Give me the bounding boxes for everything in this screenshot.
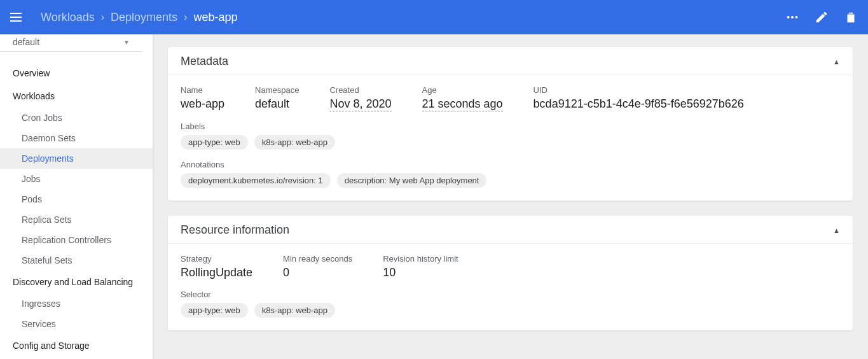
breadcrumb-workloads[interactable]: Workloads [41,11,95,24]
sidebar-item-ingresses[interactable]: Ingresses [0,293,153,314]
metadata-title: Metadata [181,55,228,68]
metadata-uid: UID bcda9121-c5b1-4c4e-9f85-f6e56927b626 [534,85,744,111]
topbar-actions [785,10,858,24]
svg-point-0 [787,16,790,18]
name-label: Name [181,85,224,95]
main-content: Metadata ▲ Name web-app Namespace defaul… [153,34,868,359]
edit-icon[interactable] [815,10,829,24]
metadata-header: Metadata ▲ [168,47,853,75]
sidebar-item-cronjobs[interactable]: Cron Jobs [0,108,153,128]
selector-chip: app-type: web [181,303,248,318]
strategy-value: RollingUpdate [181,266,252,279]
annotations-label: Annotations [181,160,840,169]
sidebar-item-jobs[interactable]: Jobs [0,169,153,189]
name-value: web-app [181,97,224,111]
namespace-select[interactable]: default ▼ [0,34,142,52]
namespace-value: default [13,37,39,47]
created-label: Created [329,85,391,95]
minready-label: Min ready seconds [283,254,352,264]
sidebar-discovery[interactable]: Discovery and Load Balancing [0,271,153,293]
chevron-right-icon: › [184,11,187,23]
resource-header: Resource information ▲ [168,216,853,244]
sidebar-item-statefulsets[interactable]: Stateful Sets [0,250,153,271]
breadcrumb: Workloads › Deployments › web-app [41,11,237,24]
sidebar-overview[interactable]: Overview [0,62,153,85]
metadata-namespace: Namespace default [255,85,299,111]
chevron-right-icon: › [101,11,104,23]
topbar: Workloads › Deployments › web-app [0,0,868,34]
delete-icon[interactable] [844,10,858,24]
revision-label: Revision history limit [383,254,458,264]
sidebar: default ▼ Overview Workloads Cron Jobs D… [0,34,153,359]
strategy-label: Strategy [181,254,252,264]
label-chip: app-type: web [181,135,248,150]
metadata-name: Name web-app [181,85,224,111]
uid-label: UID [534,85,744,95]
selector-label: Selector [181,290,840,299]
resource-strategy: Strategy RollingUpdate [181,254,252,279]
age-value: 21 seconds ago [422,97,503,111]
resource-revision: Revision history limit 10 [383,254,458,279]
metadata-age: Age 21 seconds ago [422,85,503,111]
created-value: Nov 8, 2020 [329,97,391,111]
minready-value: 0 [283,266,352,279]
caret-down-icon: ▼ [123,39,130,46]
labels-section: Labels app-type: web k8s-app: web-app [181,122,840,150]
metadata-created: Created Nov 8, 2020 [329,85,391,111]
namespace-value2: default [255,97,299,111]
sidebar-item-replicationcontrollers[interactable]: Replication Controllers [0,230,153,250]
selector-chip: k8s-app: web-app [254,303,335,318]
resource-card: Resource information ▲ Strategy RollingU… [168,216,853,330]
sidebar-item-daemonsets[interactable]: Daemon Sets [0,128,153,148]
annotation-chip: description: My web App deployment [337,173,487,188]
svg-point-1 [791,16,794,18]
collapse-icon[interactable]: ▲ [833,58,840,66]
scale-icon[interactable] [785,10,799,24]
resource-title: Resource information [181,223,289,237]
label-chip: k8s-app: web-app [254,135,335,150]
revision-value: 10 [383,266,458,279]
metadata-card: Metadata ▲ Name web-app Namespace defaul… [168,47,853,201]
breadcrumb-deployments[interactable]: Deployments [111,11,177,24]
namespace-label: Namespace [255,85,299,95]
svg-point-2 [795,16,797,18]
uid-value: bcda9121-c5b1-4c4e-9f85-f6e56927b626 [534,97,744,111]
age-label: Age [422,85,503,95]
labels-label: Labels [181,122,840,131]
sidebar-item-pods[interactable]: Pods [0,189,153,209]
annotations-section: Annotations deployment.kubernetes.io/rev… [181,160,840,188]
annotation-chip: deployment.kubernetes.io/revision: 1 [181,173,331,188]
selector-section: Selector app-type: web k8s-app: web-app [181,290,840,318]
menu-icon[interactable] [10,10,25,25]
sidebar-item-services[interactable]: Services [0,314,153,334]
collapse-icon[interactable]: ▲ [833,227,840,234]
breadcrumb-current: web-app [193,11,237,24]
sidebar-config[interactable]: Config and Storage [0,334,153,357]
sidebar-workloads[interactable]: Workloads [0,85,153,108]
sidebar-item-replicasets[interactable]: Replica Sets [0,209,153,230]
sidebar-item-deployments[interactable]: Deployments [0,148,153,169]
resource-minready: Min ready seconds 0 [283,254,352,279]
